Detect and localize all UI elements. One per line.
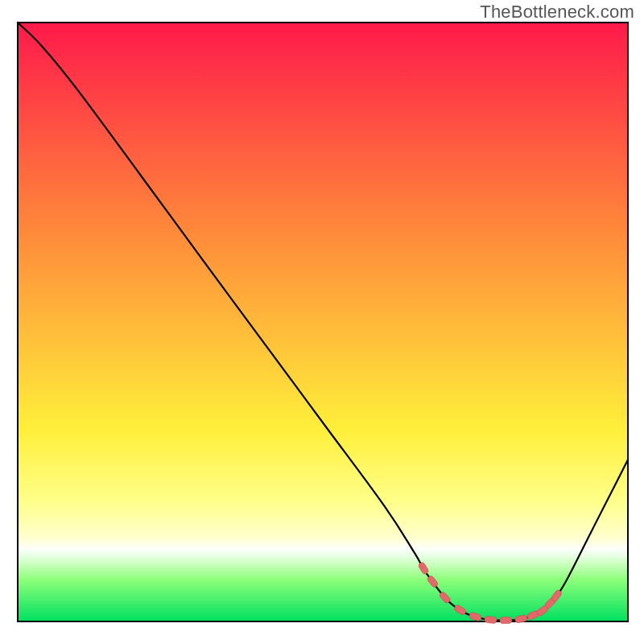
valley-marker — [500, 617, 512, 623]
bottleneck-chart — [0, 0, 644, 644]
plot-background — [18, 23, 628, 621]
